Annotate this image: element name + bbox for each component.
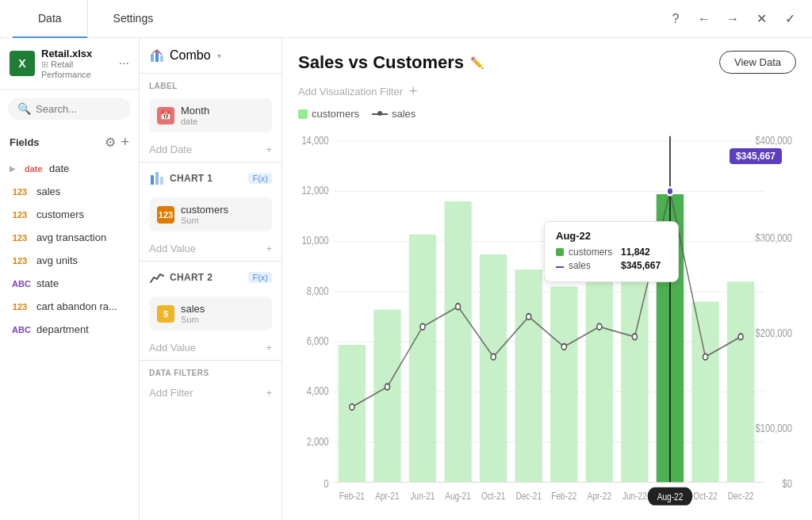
svg-text:Dec-22: Dec-22: [728, 491, 754, 501]
sales-chip[interactable]: $ sales Sum: [149, 296, 272, 331]
file-more-button[interactable]: ···: [119, 56, 129, 71]
field-type-123-3: 123: [10, 232, 30, 243]
combo-header[interactable]: Combo ▾: [140, 38, 282, 74]
customers-chip[interactable]: 123 customers Sum: [149, 197, 272, 231]
middle-panel: Combo ▾ LABEL 📅 Month date Add Date +: [140, 38, 282, 520]
customers-chip-icon: 123: [157, 206, 174, 224]
svg-point-49: [667, 187, 673, 195]
svg-text:6,000: 6,000: [307, 335, 329, 347]
customers-chip-sub: Sum: [181, 216, 228, 225]
combo-chevron-icon: ▾: [217, 52, 221, 60]
combo-label: Combo: [170, 48, 211, 63]
field-item-state[interactable]: ABC state: [0, 272, 139, 295]
svg-text:4,000: 4,000: [307, 385, 329, 397]
chart2-title: CHART 2: [170, 272, 243, 283]
fields-label: Fields: [10, 136, 100, 148]
add-filter-icon: +: [266, 387, 272, 399]
field-item-customers[interactable]: 123 customers: [0, 203, 139, 226]
chart1-bar-icon: [149, 170, 165, 186]
svg-text:0: 0: [324, 478, 328, 490]
forward-icon[interactable]: →: [723, 10, 742, 29]
field-type-123-5: 123: [10, 301, 30, 312]
main-chart-svg: 14,000 12,000 10,000 8,000 6,000 4,000 2…: [298, 126, 796, 507]
svg-rect-30: [444, 201, 471, 482]
field-item-avg-transaction[interactable]: 123 avg transaction: [0, 226, 139, 249]
month-chip[interactable]: 📅 Month date: [149, 98, 272, 132]
field-item-avg-units[interactable]: 123 avg units: [0, 249, 139, 272]
combo-chart-icon: [149, 48, 165, 63]
month-chip-info: Month date: [181, 105, 209, 126]
tab-data[interactable]: Data: [13, 0, 87, 38]
left-sidebar: X Retail.xlsx ⊞ Retail Performance ··· 🔍…: [0, 38, 140, 520]
chart1-fx-button[interactable]: F(x): [248, 173, 272, 184]
legend-customers-label: customers: [312, 108, 359, 120]
help-icon[interactable]: ?: [666, 10, 685, 29]
tab-settings[interactable]: Settings: [88, 0, 179, 38]
field-type-123-4: 123: [10, 255, 30, 266]
svg-rect-33: [550, 287, 577, 483]
customers-chip-name: customers: [181, 204, 228, 216]
close-icon[interactable]: ✕: [752, 10, 771, 29]
price-tag: $345,667: [730, 148, 782, 164]
field-label-cart-abandon: cart abandon ra...: [36, 300, 117, 312]
svg-text:$300,000: $300,000: [756, 231, 792, 243]
chart-container: 14,000 12,000 10,000 8,000 6,000 4,000 2…: [298, 126, 796, 507]
file-info: Retail.xlsx ⊞ Retail Performance: [41, 48, 113, 79]
chart-legend: customers sales: [298, 108, 796, 120]
sales-chip-name: sales: [181, 303, 205, 315]
field-label-customers: customers: [36, 208, 84, 220]
fields-add-button[interactable]: +: [121, 134, 129, 151]
chart2-header: CHART 2 F(x): [140, 262, 282, 293]
svg-rect-32: [515, 270, 542, 482]
svg-text:$0: $0: [783, 478, 792, 490]
search-box[interactable]: 🔍: [8, 98, 131, 120]
add-date-button[interactable]: Add Date +: [140, 137, 282, 162]
svg-rect-2: [160, 55, 163, 62]
add-date-label: Add Date: [149, 143, 192, 155]
svg-text:2,000: 2,000: [307, 435, 329, 447]
chart1-title: CHART 1: [170, 173, 243, 184]
svg-rect-34: [586, 259, 613, 482]
add-value-label-1: Add Value: [149, 243, 196, 254]
check-icon[interactable]: ✓: [780, 10, 799, 29]
edit-title-icon[interactable]: ✏️: [470, 56, 484, 69]
add-filter-button[interactable]: Add Filter +: [140, 380, 282, 405]
back-icon[interactable]: ←: [695, 10, 714, 29]
svg-rect-35: [621, 250, 648, 483]
file-subtitle: ⊞ Retail Performance: [41, 59, 113, 79]
data-filters-header: DATA FILTERS: [140, 361, 282, 380]
chart2-add-value-button[interactable]: Add Value +: [140, 335, 282, 360]
svg-point-46: [561, 344, 566, 350]
field-item-date[interactable]: ▶ date date: [0, 157, 139, 180]
svg-point-50: [703, 354, 708, 360]
chart1-add-value-button[interactable]: Add Value +: [140, 236, 282, 261]
field-item-sales[interactable]: 123 sales: [0, 180, 139, 203]
chart2-fx-button[interactable]: F(x): [248, 272, 272, 283]
svg-point-45: [527, 314, 531, 320]
sales-chip-icon: $: [157, 305, 174, 323]
svg-text:12,000: 12,000: [301, 185, 328, 197]
svg-text:Dec-21: Dec-21: [515, 491, 542, 501]
svg-point-41: [385, 384, 389, 390]
legend-customers: customers: [298, 108, 359, 120]
data-filters-section: DATA FILTERS Add Filter +: [140, 360, 282, 405]
field-item-department[interactable]: ABC department: [0, 318, 139, 341]
field-item-cart-abandon[interactable]: 123 cart abandon ra...: [0, 295, 139, 318]
svg-text:10,000: 10,000: [301, 235, 328, 247]
legend-sales: sales: [372, 108, 416, 120]
view-data-button[interactable]: View Data: [719, 51, 796, 74]
svg-point-51: [738, 334, 743, 340]
field-label-state: state: [36, 277, 59, 289]
field-label-date: date: [49, 162, 69, 174]
svg-text:Jun-22: Jun-22: [622, 491, 647, 501]
svg-text:Feb-22: Feb-22: [551, 491, 576, 501]
filter-add-button[interactable]: +: [409, 83, 418, 100]
svg-text:Feb-21: Feb-21: [339, 491, 365, 501]
add-filter-label: Add Filter: [149, 387, 193, 399]
svg-point-44: [491, 354, 496, 360]
search-input[interactable]: [36, 103, 121, 115]
fields-brain-icon[interactable]: ⚙: [105, 135, 116, 150]
field-type-date: date: [22, 163, 43, 174]
legend-sales-color: [372, 113, 388, 115]
svg-text:Oct-22: Oct-22: [693, 491, 717, 501]
